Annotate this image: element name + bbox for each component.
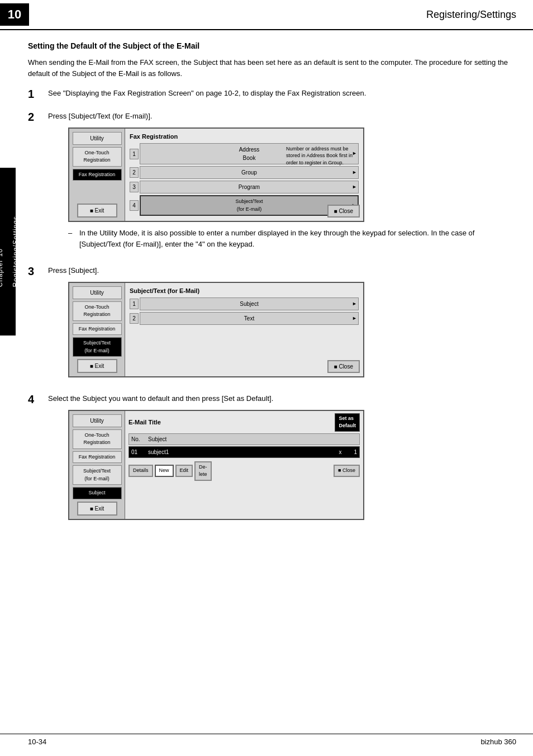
- screen3-row1[interactable]: 01 subject1 x 1: [129, 446, 360, 458]
- page-number: 10-34: [28, 738, 46, 746]
- note-dash: –: [68, 228, 79, 249]
- screen2-mockup: Utility One-TouchRegistration Fax Regist…: [68, 282, 364, 378]
- main-content: Setting the Default of the Subject of th…: [0, 30, 533, 547]
- screen1-utility-btn[interactable]: Utility: [73, 132, 122, 145]
- screen2-faxreg-btn[interactable]: Fax Registration: [73, 323, 122, 336]
- email-row-mark: x: [335, 448, 346, 456]
- screen1-row4: 4 Subject/Text(for E-mail)►: [130, 195, 359, 216]
- screen1-program-btn[interactable]: Program►: [140, 181, 359, 193]
- screen2-row1: 1 Subject►: [130, 297, 359, 310]
- screen2-wrapper: Utility One-TouchRegistration Fax Regist…: [68, 282, 516, 378]
- screen3-mockup: Utility One-TouchRegistration Fax Regist…: [68, 410, 364, 520]
- delete-btn[interactable]: De-lete: [194, 461, 212, 481]
- step-1-number: 1: [28, 88, 48, 101]
- screen1-mockup: Utility One-TouchRegistration Fax Regist…: [68, 127, 364, 223]
- step-2-number: 2: [28, 111, 48, 124]
- step-4-content: Select the Subject you want to default a…: [48, 393, 516, 526]
- step-4: 4 Select the Subject you want to default…: [28, 393, 516, 526]
- page-footer: 10-34 bizhub 360: [0, 734, 533, 746]
- set-default-btn[interactable]: Set asDefault: [335, 413, 360, 432]
- screen1-exit-btn[interactable]: ■ Exit: [77, 204, 117, 218]
- screen3-close-btn[interactable]: ■ Close: [334, 465, 360, 477]
- header-title: Registering/Settings: [426, 9, 516, 21]
- screen1-group-btn[interactable]: Group►: [140, 166, 359, 179]
- step-3: 3 Press [Subject]. Utility One-TouchRegi…: [28, 265, 516, 383]
- screen3-subject-btn[interactable]: Subject: [73, 487, 122, 499]
- intro-text: When sending the E-Mail from the FAX scr…: [28, 57, 516, 79]
- step-4-number: 4: [28, 393, 48, 406]
- screen3-table-header: No. Subject: [129, 433, 360, 445]
- step-3-text: Press [Subject].: [48, 266, 99, 275]
- side-chapter-label: Registering/SettingsChapter 10: [0, 168, 16, 336]
- step-4-text: Select the Subject you want to default a…: [48, 394, 273, 403]
- screen2-num1: 1: [130, 299, 139, 309]
- note-text: In the Utility Mode, it is also possible…: [79, 228, 516, 249]
- screen2-utility-btn[interactable]: Utility: [73, 286, 122, 299]
- product-name: bizhub 360: [480, 738, 516, 746]
- screen2-main: Subject/Text (for E-Mail) 1 Subject► 2 T…: [125, 283, 363, 377]
- chapter-number: 10: [0, 3, 29, 26]
- email-row-no: 01: [131, 448, 148, 456]
- screen1-title: Fax Registration: [130, 132, 359, 141]
- screen1-info-text: Number or address must be stored in Addr…: [286, 145, 359, 167]
- step-1: 1 See "Displaying the Fax Registration S…: [28, 88, 516, 101]
- screen1-close-btn[interactable]: ■ Close: [327, 205, 360, 218]
- screen3-subjecttext-btn[interactable]: Subject/Text(for E-mail): [73, 465, 122, 485]
- screen2-close-btn[interactable]: ■ Close: [327, 360, 360, 373]
- screen2-subject-btn[interactable]: Subject►: [140, 297, 359, 310]
- step-1-content: See "Displaying the Fax Registration Scr…: [48, 88, 516, 99]
- screen3-bottom-bar: Details New Edit De-lete ■ Close: [129, 461, 360, 481]
- email-row-num: 1: [346, 448, 357, 456]
- new-btn[interactable]: New: [155, 465, 174, 477]
- screen1-sidebar: Utility One-TouchRegistration Fax Regist…: [69, 129, 125, 221]
- step-2-content: Press [Subject/Text (for E-mail)]. Utili…: [48, 111, 516, 255]
- screen3-faxreg-btn[interactable]: Fax Registration: [73, 451, 122, 464]
- edit-btn[interactable]: Edit: [175, 465, 193, 477]
- screen1-num1: 1: [130, 149, 139, 159]
- screen2-title: Subject/Text (for E-Mail): [130, 286, 359, 296]
- email-row-subject: subject1: [148, 448, 335, 456]
- step-3-number: 3: [28, 265, 48, 278]
- col-header-subject: Subject: [148, 435, 357, 443]
- screen2-subjecttext-btn[interactable]: Subject/Text(for E-mail): [73, 337, 122, 357]
- screen2-exit-btn[interactable]: ■ Exit: [77, 359, 117, 373]
- screen1-num3: 3: [130, 182, 139, 192]
- screen1-row3: 3 Program►: [130, 181, 359, 193]
- screen3-title: E-Mail Title: [129, 418, 161, 427]
- screen3-onetouch-btn[interactable]: One-TouchRegistration: [73, 429, 122, 449]
- screen2-row2: 2 Text►: [130, 312, 359, 325]
- details-btn[interactable]: Details: [129, 465, 153, 477]
- screen1-num4: 4: [130, 200, 139, 211]
- step-2: 2 Press [Subject/Text (for E-mail)]. Uti…: [28, 111, 516, 255]
- screen2-num2: 2: [130, 313, 139, 324]
- screen3-sidebar: Utility One-TouchRegistration Fax Regist…: [69, 411, 125, 519]
- screen3-header: E-Mail Title Set asDefault: [129, 413, 360, 432]
- page: 10 Registering/Settings Registering/Sett…: [0, 0, 533, 756]
- step-3-content: Press [Subject]. Utility One-TouchRegist…: [48, 265, 516, 383]
- step-2-text: Press [Subject/Text (for E-mail)].: [48, 112, 152, 120]
- note-item: – In the Utility Mode, it is also possib…: [68, 228, 516, 249]
- screen3-exit-btn[interactable]: ■ Exit: [77, 502, 117, 516]
- screen1-faxreg-btn[interactable]: Fax Registration: [73, 169, 122, 181]
- screen2-onetouch-btn[interactable]: One-TouchRegistration: [73, 301, 122, 321]
- screen3-utility-btn[interactable]: Utility: [73, 414, 122, 427]
- screen1-onetouch-btn[interactable]: One-TouchRegistration: [73, 147, 122, 167]
- screen3-main: E-Mail Title Set asDefault No. Subject 0…: [125, 411, 363, 519]
- screen2-text-btn[interactable]: Text►: [140, 312, 359, 325]
- section-heading: Setting the Default of the Subject of th…: [28, 41, 516, 50]
- screen1-main: Fax Registration 1 AddressBook► 2 Group►…: [125, 129, 363, 221]
- screen2-sidebar: Utility One-TouchRegistration Fax Regist…: [69, 283, 125, 377]
- screen1-row2: 2 Group►: [130, 166, 359, 179]
- screen1-wrapper: Utility One-TouchRegistration Fax Regist…: [68, 127, 516, 223]
- header: 10 Registering/Settings: [0, 0, 533, 30]
- side-label-text: Registering/SettingsChapter 10: [0, 216, 20, 287]
- screen3-wrapper: Utility One-TouchRegistration Fax Regist…: [68, 410, 516, 520]
- col-header-no: No.: [131, 435, 148, 443]
- screen1-subjecttext-btn[interactable]: Subject/Text(for E-mail)►: [140, 195, 359, 216]
- step-1-text: See "Displaying the Fax Registration Scr…: [48, 89, 366, 97]
- screen1-num2: 2: [130, 167, 139, 178]
